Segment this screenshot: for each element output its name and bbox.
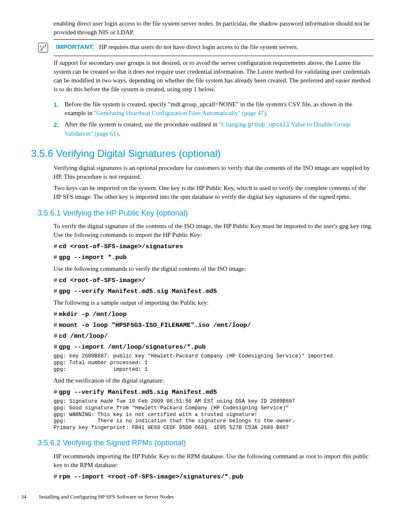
sec3562-p1: HP recommends importing the HP Public Ke… xyxy=(54,452,374,470)
gpg-import-output: gpg: key 2689B887: public key "Hewlett-P… xyxy=(54,353,374,373)
separator-top xyxy=(54,39,374,40)
sec3561-p4: And the verification of the digital sign… xyxy=(54,376,374,385)
sec356-p2: Two keys can be imported on the system. … xyxy=(54,184,374,201)
step-1-link[interactable]: "Generating Heartbeat Configuration File… xyxy=(94,110,266,116)
gpg-verify-output: gpg: Signature made Tue 10 Feb 2009 08:5… xyxy=(54,398,374,431)
svg-point-1 xyxy=(41,50,42,51)
cmd-gpg-verify-2: # gpg --verify Manifest.md5.sig Manifest… xyxy=(54,388,374,397)
cmd-mount: # mount -o loop "HPSFSG3-ISO_FILENAME".i… xyxy=(54,321,374,330)
page-footer: 34 Installing and Configuring HP SFS Sof… xyxy=(21,493,374,501)
cmd-cd-loop: # cd /mnt/loop/ xyxy=(54,332,374,341)
step-1-text-b: . xyxy=(266,110,268,116)
step-2: 2. After the file system is created, use… xyxy=(54,120,374,138)
intro-paragraph: enabling direct user login access to the… xyxy=(54,19,374,37)
section-3-5-6-1-heading: 3.5.6.1 Verifying the HP Public Key (opt… xyxy=(38,208,374,218)
svg-text:!: ! xyxy=(41,46,42,49)
important-text-block: IMPORTANT: HP requires that users do not… xyxy=(56,42,298,51)
sec3561-p2: Use the following commands to verify the… xyxy=(54,265,374,273)
step-number-1: 1. xyxy=(54,100,59,118)
footer-title: Installing and Configuring HP SFS Softwa… xyxy=(39,493,174,500)
step-number-2: 2. xyxy=(54,120,59,138)
step-2-text-a: After the file system is created, use th… xyxy=(65,121,219,128)
cmd-cd-signatures: # cd <root-of-SFS-image>/signatures xyxy=(54,242,374,251)
cmd-rpm-import: # rpm --import <root-of-SFS-image>/signa… xyxy=(54,472,374,481)
cmd-gpg-verify-1: # gpg --verify Manifest.md5.sig Manifest… xyxy=(54,287,374,296)
important-icon: ! xyxy=(38,42,49,53)
important-label: IMPORTANT: xyxy=(56,43,94,50)
section-3-5-6-heading: 3.5.6 Verifying Digital Signatures (opti… xyxy=(31,146,374,161)
cmd-cd-root: # cd <root-of-SFS-image>/ xyxy=(54,276,374,285)
cmd-gpg-import-pub: # gpg --import *.pub xyxy=(54,253,374,262)
sec356-p1: Verifying digital signatures is an optio… xyxy=(54,164,374,181)
important-text: HP requires that users do not have direc… xyxy=(99,44,298,50)
sec3561-p3: The following is a sample output of impo… xyxy=(54,298,374,307)
step-2-text-b: . xyxy=(118,130,120,137)
sec3561-p1: To verify the digital signature of the c… xyxy=(54,222,374,239)
step-1: 1. Before the file system is created, sp… xyxy=(54,100,374,118)
support-paragraph: If support for secondary user groups is … xyxy=(54,59,374,94)
steps-list: 1. Before the file system is created, sp… xyxy=(54,100,374,138)
section-3-5-6-2-heading: 3.5.6.2 Verifying the Signed RPMs (optio… xyxy=(38,438,374,448)
cmd-mkdir: # mkdir -p /mnt/loop xyxy=(54,310,374,319)
page-number: 34 xyxy=(21,493,38,501)
separator-bottom xyxy=(54,56,374,56)
cmd-gpg-import-loop: # gpg --import /mnt/loop/signatures/*.pu… xyxy=(54,342,374,352)
